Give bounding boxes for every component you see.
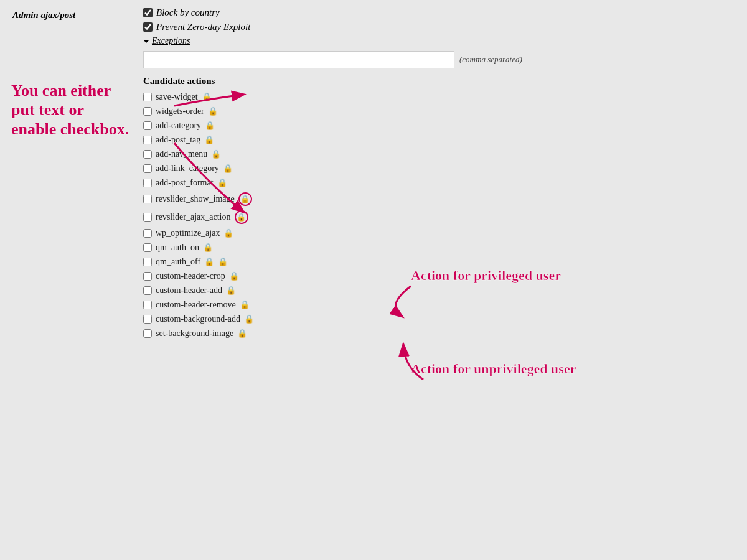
annotation-text-unprivileged: Action for unprivileged user bbox=[411, 361, 576, 377]
action-name: add-category bbox=[156, 121, 201, 131]
comma-hint: (comma separated) bbox=[459, 55, 522, 65]
action-name: add-nav_menu bbox=[156, 149, 207, 159]
action-item: wp_optimize_ajax 🔒 bbox=[143, 228, 735, 239]
action-checkbox-revslider_show_image[interactable] bbox=[143, 195, 152, 203]
block-by-country-checkbox[interactable] bbox=[143, 8, 153, 17]
candidate-actions-title: Candidate actions bbox=[143, 76, 735, 86]
action-checkbox-save-widget[interactable] bbox=[143, 93, 152, 101]
exceptions-title: Exceptions bbox=[143, 36, 735, 46]
prevent-zero-day-checkbox[interactable] bbox=[143, 22, 153, 32]
lock-icon: 🔒 bbox=[211, 149, 221, 159]
action-item: revslider_ajax_action🔒 bbox=[143, 210, 735, 225]
action-item: qm_auth_on 🔒 bbox=[143, 242, 735, 253]
action-item: add-post_format 🔒 bbox=[143, 177, 735, 189]
action-item: set-background-image 🔒 bbox=[143, 328, 735, 339]
action-checkbox-add-category[interactable] bbox=[143, 121, 152, 130]
action-item: qm_auth_off 🔒 🔒 bbox=[143, 256, 735, 268]
action-item: save-widget 🔒 bbox=[143, 91, 735, 103]
actions-list: save-widget 🔒widgets-order 🔒add-category… bbox=[143, 91, 735, 339]
block-by-country-label: Block by country bbox=[156, 7, 220, 18]
action-checkbox-widgets-order[interactable] bbox=[143, 107, 152, 116]
action-name: add-link_category bbox=[156, 164, 219, 174]
action-checkbox-wp_optimize_ajax[interactable] bbox=[143, 229, 152, 238]
lock-icon: 🔒 bbox=[237, 213, 246, 222]
action-item: revslider_show_image🔒 bbox=[143, 192, 735, 207]
action-item: custom-background-add 🔒 bbox=[143, 314, 735, 325]
action-checkbox-custom-background-add[interactable] bbox=[143, 315, 152, 324]
expand-triangle-icon[interactable] bbox=[143, 40, 149, 43]
action-item: add-link_category 🔒 bbox=[143, 163, 735, 174]
lock-icon-2: 🔒 bbox=[218, 257, 228, 267]
action-item: add-post_tag 🔒 bbox=[143, 134, 735, 146]
prevent-zero-day-row: Prevent Zero-day Exploit bbox=[143, 22, 735, 32]
action-checkbox-qm_auth_off[interactable] bbox=[143, 258, 152, 266]
lock-icon: 🔒 bbox=[205, 121, 215, 131]
action-name: wp_optimize_ajax bbox=[156, 228, 220, 238]
action-checkbox-add-nav_menu[interactable] bbox=[143, 150, 152, 159]
action-name: custom-header-add bbox=[156, 286, 222, 296]
action-item: custom-header-add 🔒 bbox=[143, 285, 735, 296]
exceptions-input-row: (comma separated) bbox=[143, 51, 735, 68]
action-name: save-widget bbox=[156, 92, 198, 102]
action-checkbox-set-background-image[interactable] bbox=[143, 329, 152, 338]
lock-icon: 🔒 bbox=[240, 300, 250, 310]
action-name: add-post_tag bbox=[156, 135, 200, 145]
lock-icon: 🔒 bbox=[204, 135, 214, 145]
lock-icon: 🔒 bbox=[208, 106, 218, 116]
lock-icon: 🔒 bbox=[202, 92, 212, 102]
action-checkbox-custom-header-remove[interactable] bbox=[143, 301, 152, 309]
lock-icon: 🔒 bbox=[240, 195, 250, 204]
action-item: custom-header-crop 🔒 bbox=[143, 271, 735, 282]
action-name: qm_auth_on bbox=[156, 243, 199, 253]
section-label: Admin ajax/post bbox=[12, 7, 137, 342]
exceptions-section: Exceptions (comma separated) bbox=[143, 36, 735, 68]
lock-icon: 🔒 bbox=[226, 286, 236, 296]
lock-icon: 🔒 bbox=[203, 243, 213, 253]
lock-icon: 🔒 bbox=[223, 164, 233, 174]
lock-icon: 🔒 bbox=[237, 329, 247, 338]
action-item: add-nav_menu 🔒 bbox=[143, 149, 735, 160]
action-name: widgets-order bbox=[156, 106, 204, 116]
action-checkbox-qm_auth_on[interactable] bbox=[143, 243, 152, 252]
action-checkbox-custom-header-add[interactable] bbox=[143, 286, 152, 295]
action-item: widgets-order 🔒 bbox=[143, 106, 735, 117]
exceptions-input[interactable] bbox=[143, 51, 454, 68]
action-name: set-background-image bbox=[156, 329, 233, 338]
action-name: revslider_show_image bbox=[156, 194, 235, 204]
right-content: Block by country Prevent Zero-day Exploi… bbox=[137, 7, 735, 342]
action-name: custom-header-remove bbox=[156, 300, 236, 310]
lock-icon: 🔒 bbox=[229, 271, 239, 281]
action-name: add-post_format bbox=[156, 178, 214, 188]
action-checkbox-revslider_ajax_action[interactable] bbox=[143, 213, 152, 222]
action-name: custom-background-add bbox=[156, 314, 240, 324]
lock-icon: 🔒 bbox=[244, 314, 254, 324]
page-container: Admin ajax/post Block by country Prevent… bbox=[0, 0, 747, 560]
action-item: add-category 🔒 bbox=[143, 120, 735, 131]
lock-circle-icon: 🔒 bbox=[238, 192, 252, 206]
lock-icon: 🔒 bbox=[204, 257, 214, 267]
lock-icon: 🔒 bbox=[223, 228, 233, 238]
action-name: qm_auth_off bbox=[156, 257, 200, 267]
action-checkbox-add-link_category[interactable] bbox=[143, 164, 152, 173]
action-name: revslider_ajax_action bbox=[156, 212, 231, 222]
block-by-country-row: Block by country bbox=[143, 7, 735, 18]
action-checkbox-add-post_tag[interactable] bbox=[143, 136, 152, 144]
action-checkbox-custom-header-crop[interactable] bbox=[143, 272, 152, 281]
lock-icon: 🔒 bbox=[217, 178, 227, 188]
prevent-zero-day-label: Prevent Zero-day Exploit bbox=[156, 22, 250, 32]
action-name: custom-header-crop bbox=[156, 271, 225, 281]
action-checkbox-add-post_format[interactable] bbox=[143, 179, 152, 187]
action-item: custom-header-remove 🔒 bbox=[143, 299, 735, 310]
lock-circle-icon: 🔒 bbox=[235, 210, 248, 224]
